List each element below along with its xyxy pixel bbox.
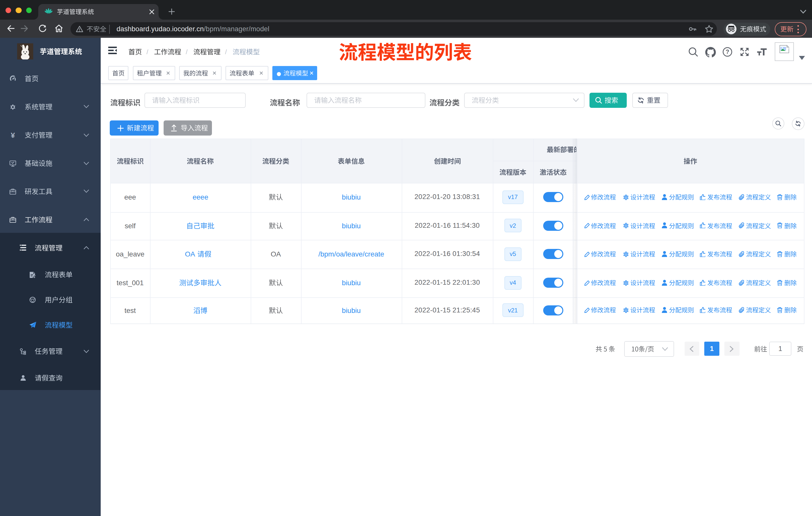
svg-text:?: ? bbox=[726, 49, 729, 55]
